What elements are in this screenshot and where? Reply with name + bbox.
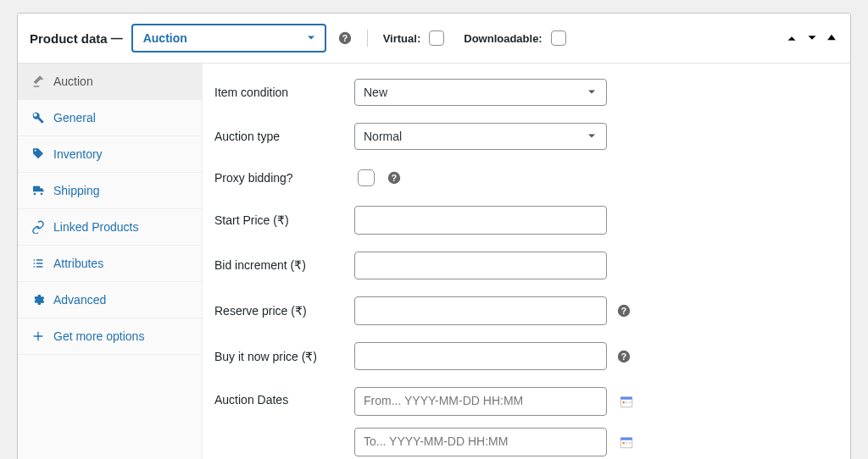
help-icon[interactable] — [617, 350, 631, 363]
help-icon[interactable] — [387, 171, 401, 185]
start-price-input[interactable] — [354, 206, 607, 235]
tab-linked-products[interactable]: Linked Products — [18, 209, 202, 246]
auction-date-to-input[interactable] — [354, 428, 607, 456]
divider — [367, 30, 368, 47]
help-icon[interactable] — [617, 304, 631, 318]
bid-increment-input[interactable] — [354, 252, 607, 280]
downloadable-label: Downloadable: — [464, 32, 542, 45]
tab-get-more-options[interactable]: Get more options — [18, 318, 202, 355]
tab-shipping[interactable]: Shipping — [18, 173, 202, 209]
reserve-price-label: Reserve price (₹) — [214, 304, 354, 318]
panel-title: Product data — [30, 31, 108, 46]
downloadable-checkbox[interactable] — [551, 30, 566, 46]
virtual-checkbox[interactable] — [429, 30, 444, 46]
panel-header: Product data — Auction Virtual: Download… — [18, 14, 850, 64]
bid-increment-label: Bid increment (₹) — [214, 258, 354, 272]
calendar-icon[interactable] — [619, 434, 634, 450]
gear-icon — [31, 293, 45, 307]
product-data-panel: Product data — Auction Virtual: Download… — [17, 13, 851, 459]
link-icon — [31, 220, 45, 234]
item-condition-label: Item condition — [214, 86, 354, 99]
virtual-label: Virtual: — [383, 32, 421, 45]
proxy-bidding-label: Proxy bidding? — [214, 171, 354, 185]
tab-general[interactable]: General — [18, 100, 202, 136]
move-up-icon[interactable] — [784, 30, 799, 46]
reserve-price-input[interactable] — [354, 296, 607, 325]
gavel-icon — [31, 75, 45, 88]
list-icon — [31, 257, 45, 270]
buy-it-now-label: Buy it now price (₹) — [214, 350, 354, 363]
calendar-icon[interactable] — [619, 394, 634, 409]
panel-body: Auction General Inventory Shipping Linke… — [18, 64, 850, 459]
auction-date-from-input[interactable] — [354, 387, 607, 416]
plus-icon — [31, 329, 45, 343]
buy-it-now-input[interactable] — [354, 342, 607, 371]
tag-icon — [31, 147, 45, 161]
auction-dates-label: Auction Dates — [214, 387, 354, 406]
truck-icon — [31, 184, 45, 197]
sidebar-tabs: Auction General Inventory Shipping Linke… — [18, 64, 203, 459]
tab-inventory[interactable]: Inventory — [18, 136, 202, 173]
help-icon[interactable] — [338, 31, 352, 45]
tab-auction[interactable]: Auction — [18, 64, 202, 100]
auction-type-select[interactable]: Normal — [354, 123, 607, 150]
tab-attributes[interactable]: Attributes — [18, 246, 202, 282]
tab-advanced[interactable]: Advanced — [18, 282, 202, 318]
product-type-select[interactable]: Auction — [131, 24, 326, 53]
proxy-bidding-checkbox[interactable] — [358, 169, 375, 186]
auction-type-label: Auction type — [214, 130, 354, 143]
move-down-icon[interactable] — [804, 30, 820, 46]
wrench-icon — [31, 111, 45, 124]
start-price-label: Start Price (₹) — [214, 213, 354, 227]
item-condition-select[interactable]: New — [354, 79, 607, 106]
toggle-panel-icon[interactable] — [825, 30, 838, 44]
tab-content: Item condition New Auction type Normal — [203, 64, 850, 459]
